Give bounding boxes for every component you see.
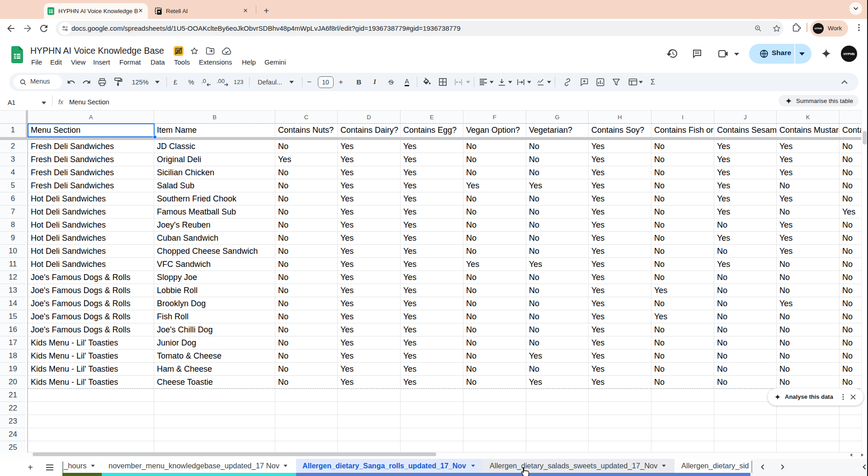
svg-text:.0: .0 [201, 78, 206, 84]
svg-text:.00: .00 [217, 78, 225, 84]
svg-text:A: A [538, 79, 541, 84]
